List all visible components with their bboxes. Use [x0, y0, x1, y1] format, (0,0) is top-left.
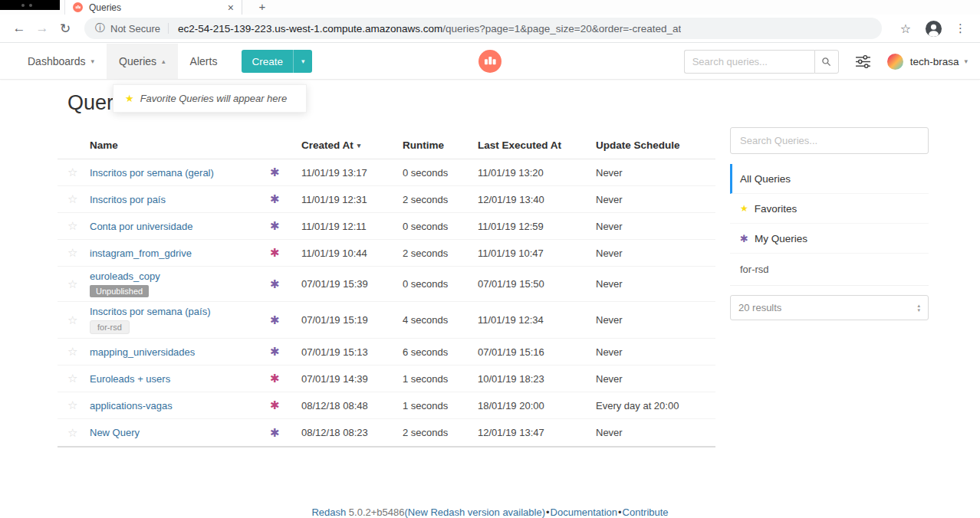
new-tab-button[interactable]: +	[253, 0, 271, 15]
query-link[interactable]: New Query	[90, 427, 140, 438]
browser-tab[interactable]: Queries ×	[64, 0, 242, 15]
page-size-select[interactable]: 20 results ▴▾	[730, 295, 929, 320]
url-text[interactable]: ec2-54-215-139-223.us-west-1.compute.ama…	[178, 23, 681, 34]
schedule-cell: Never	[596, 373, 715, 385]
user-avatar-icon: ✱	[270, 313, 280, 326]
favorite-star-icon[interactable]: ☆	[58, 426, 90, 440]
nav-queries[interactable]: Queries ▴	[107, 44, 178, 79]
query-link[interactable]: applications-vagas	[90, 400, 173, 411]
header-update-schedule[interactable]: Update Schedule	[596, 139, 715, 151]
sidebar-item-my-queries[interactable]: ✱ My Queries	[730, 224, 929, 254]
tab-close-icon[interactable]: ×	[228, 2, 234, 14]
query-link[interactable]: Inscritos por semana (geral)	[90, 167, 214, 179]
new-version-link[interactable]: (New Redash version available)	[405, 507, 546, 518]
runtime-cell: 2 seconds	[403, 194, 478, 205]
created-at-cell: 07/01/19 14:39	[301, 373, 403, 385]
query-author-cell: ✱	[268, 166, 301, 179]
query-table-header: Name Created At▾ Runtime Last Executed A…	[58, 132, 715, 159]
query-name-cell: Inscritos por semana (geral)	[90, 167, 268, 179]
back-button[interactable]: ←	[8, 21, 31, 36]
schedule-cell: Never	[596, 346, 715, 358]
omnibox-divider	[168, 23, 169, 34]
chevron-up-icon: ▴	[162, 57, 166, 65]
created-at-cell: 07/01/19 15:13	[301, 346, 403, 358]
create-button[interactable]: Create ▾	[242, 50, 312, 73]
bookmark-star-icon[interactable]: ☆	[900, 21, 911, 36]
table-row: ☆ New Query ✱ 08/12/18 08:23 2 seconds 1…	[58, 419, 715, 446]
created-at-cell: 07/01/19 15:19	[301, 314, 403, 326]
favorite-star-icon[interactable]: ☆	[58, 345, 90, 359]
query-table-body: ☆ Inscritos por semana (geral) ✱ 11/01/1…	[58, 159, 715, 446]
browser-profile-icon[interactable]	[925, 20, 942, 38]
star-icon: ★	[740, 203, 748, 214]
forward-button[interactable]: →	[31, 21, 54, 36]
favorite-star-icon[interactable]: ☆	[58, 313, 90, 327]
favorite-star-icon[interactable]: ☆	[58, 219, 90, 233]
redash-favicon-icon	[73, 2, 83, 12]
url-domain: ec2-54-215-139-223.us-west-1.compute.ama…	[178, 23, 442, 34]
header-runtime[interactable]: Runtime	[403, 139, 478, 151]
created-at-cell: 11/01/19 13:17	[301, 167, 403, 179]
favorite-star-icon[interactable]: ☆	[58, 246, 90, 260]
user-avatar-icon: ✱	[270, 426, 280, 439]
nav-alerts-label: Alerts	[190, 55, 218, 67]
version-text: 5.0.2+b5486	[346, 507, 404, 518]
favorite-star-icon[interactable]: ☆	[58, 277, 90, 291]
header-created-at[interactable]: Created At▾	[301, 139, 403, 151]
query-link[interactable]: euroleads_copy	[90, 270, 160, 282]
user-avatar-icon: ✱	[270, 372, 280, 385]
table-row: ☆ euroleads_copy Unpublished ✱ 07/01/19 …	[58, 267, 715, 302]
last-executed-cell: 12/01/19 13:40	[478, 194, 596, 205]
chevron-down-icon[interactable]: ▾	[293, 50, 313, 73]
contribute-link[interactable]: Contribute	[623, 507, 669, 518]
info-icon[interactable]: ⓘ	[95, 21, 105, 35]
redash-logo-icon[interactable]	[478, 50, 502, 73]
favorites-dropdown-message: Favorite Queries will appear here	[140, 93, 287, 104]
last-executed-cell: 11/01/19 13:20	[478, 167, 596, 179]
all-queries-label: All Queries	[740, 173, 791, 185]
header-name[interactable]: Name	[90, 139, 268, 151]
last-executed-cell: 18/01/19 20:00	[478, 400, 596, 411]
security-label[interactable]: Not Secure	[110, 23, 160, 34]
address-bar[interactable]: ⓘ Not Secure ec2-54-215-139-223.us-west-…	[84, 18, 882, 39]
reload-button[interactable]: ↻	[54, 21, 77, 37]
query-link[interactable]: Conta por universidade	[90, 221, 192, 232]
query-link[interactable]: Euroleads + users	[90, 373, 170, 385]
runtime-cell: 2 seconds	[403, 427, 478, 438]
nav-alerts[interactable]: Alerts	[178, 44, 230, 79]
nav-search-button[interactable]	[814, 50, 839, 74]
favorite-star-icon[interactable]: ☆	[58, 398, 90, 412]
user-avatar-icon: ✱	[740, 233, 748, 244]
nav-dashboards[interactable]: Dashboards ▾	[15, 44, 107, 79]
documentation-link[interactable]: Documentation	[551, 507, 617, 518]
query-name-cell: New Query	[90, 427, 268, 438]
query-name-cell: Euroleads + users	[90, 373, 268, 385]
runtime-cell: 1 seconds	[403, 400, 478, 411]
sidebar-search-input[interactable]	[730, 127, 929, 154]
header-last-executed[interactable]: Last Executed At	[478, 139, 596, 151]
favorite-star-icon[interactable]: ☆	[58, 192, 90, 206]
redash-link[interactable]: Redash	[311, 507, 346, 518]
query-name-cell: Conta por universidade	[90, 221, 268, 232]
favorite-star-icon[interactable]: ☆	[58, 372, 90, 385]
query-tag[interactable]: for-rsd	[90, 320, 130, 334]
sidebar-item-all-queries[interactable]: All Queries	[730, 164, 929, 194]
sidebar-item-favorites[interactable]: ★ Favorites	[730, 194, 929, 224]
footer-separator: •	[618, 507, 622, 518]
nav-search-input[interactable]	[684, 50, 814, 74]
query-author-cell: ✱	[268, 372, 301, 385]
browser-menu-icon[interactable]: ⋮	[955, 21, 966, 35]
last-executed-cell: 11/01/19 12:34	[478, 314, 596, 326]
chevron-down-icon[interactable]: ▾	[964, 57, 968, 65]
sidebar-tag-for-rsd[interactable]: for-rsd	[730, 254, 929, 286]
favorite-star-icon[interactable]: ☆	[58, 166, 90, 179]
query-author-cell: ✱	[268, 426, 301, 440]
last-executed-cell: 11/01/19 10:47	[478, 248, 596, 259]
username[interactable]: tech-brasa	[910, 56, 959, 67]
chevron-down-icon: ▾	[91, 57, 95, 65]
query-link[interactable]: instagram_from_gdrive	[90, 248, 192, 259]
query-link[interactable]: mapping_universidades	[90, 346, 195, 358]
settings-sliders-icon[interactable]	[856, 55, 870, 68]
query-link[interactable]: Inscritos por país	[90, 194, 166, 205]
query-link[interactable]: Inscritos por semana (país)	[90, 306, 211, 317]
